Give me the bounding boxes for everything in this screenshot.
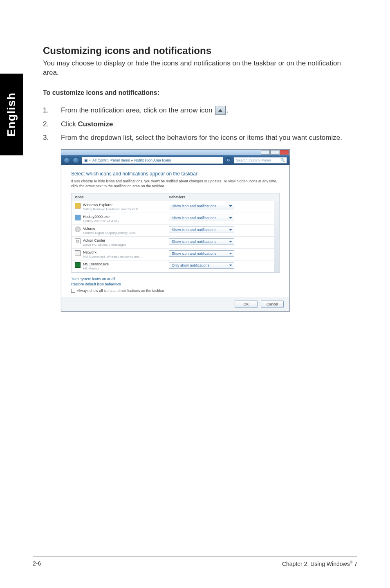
row-sub: Not Connected. Wireless networks are... [83, 255, 141, 258]
link-restore-defaults[interactable]: Restore default icon behaviors [71, 282, 280, 286]
subheading: To customize icons and notifications: [43, 89, 354, 97]
arrow-up-icon [215, 106, 226, 115]
behavior-dropdown[interactable]: Show icon and notifications [169, 250, 234, 257]
behavior-dropdown[interactable]: Show icon and notifications [169, 203, 234, 209]
search-icon: 🔍 [280, 158, 285, 162]
row-name: Hotkey2000.exe [83, 215, 110, 219]
close-button[interactable] [280, 150, 289, 155]
dialog-description: If you choose to hide icons and notifica… [71, 179, 280, 189]
row-sub: HE Monitor [83, 267, 99, 270]
col-icons: Icons [72, 193, 166, 201]
app-icon [75, 215, 81, 220]
breadcrumb-item[interactable]: Notification Area Icons [134, 158, 171, 162]
dialog-footer: OK Cancel [61, 297, 289, 311]
back-button[interactable] [64, 157, 70, 164]
page-number: 2-6 [33, 560, 41, 567]
breadcrumb-item[interactable]: All Control Panel Items [92, 158, 130, 162]
step-1-pre: From the notification area, click on the… [61, 106, 214, 114]
link-system-icons[interactable]: Turn system icons on or off [71, 277, 280, 281]
step-text: From the dropdown list, select the behav… [61, 133, 354, 143]
page-footer: 2-6 Chapter 2: Using Windows® 7 [33, 560, 357, 567]
step-2-post: . [113, 120, 115, 128]
table-body: Windows ExplorerSafely Remove Hardware a… [72, 201, 279, 272]
row-name: Network [83, 250, 96, 254]
window-buttons [261, 150, 289, 155]
footer-rule [33, 556, 357, 557]
dropdown-value: Only show notifications [172, 263, 209, 267]
checkbox-label: Always show all icons and notifications … [77, 289, 164, 293]
dialog-links: Turn system icons on or off Restore defa… [71, 277, 280, 286]
behavior-dropdown[interactable]: Show icon and notifications [169, 215, 234, 221]
row-name: Windows Explorer [83, 203, 113, 207]
step-number: 2. [43, 119, 61, 129]
behavior-dropdown[interactable]: Show icon and notifications [169, 238, 234, 245]
row-sub: Solve PC issues: 2 messages [83, 243, 126, 247]
search-input[interactable]: Search Control Panel 🔍 [234, 157, 287, 164]
language-tab: English [0, 74, 23, 155]
dropdown-value: Show icon and notifications [172, 251, 216, 256]
row-name: Action Center [83, 238, 105, 242]
table-row: NetworkNot Connected. Wireless networks … [72, 249, 279, 260]
maximize-button[interactable] [270, 150, 279, 155]
step-text: Click Customize. [61, 119, 354, 129]
refresh-icon[interactable]: ↻ [226, 157, 231, 164]
network-icon [75, 250, 81, 256]
step-2: 2. Click Customize. [43, 119, 354, 129]
step-number: 3. [43, 133, 61, 143]
page-content: Customizing icons and notifications You … [43, 45, 354, 312]
dropdown-value: Show icon and notifications [172, 228, 216, 232]
section-heading: Customizing icons and notifications [43, 45, 354, 56]
behavior-dropdown[interactable]: Show icon and notifications [169, 227, 234, 233]
dialog-title: Select which icons and notifications app… [71, 171, 280, 177]
row-name: Volume [83, 227, 95, 231]
explorer-icon [75, 203, 81, 209]
step-text: From the notification area, click on the… [61, 105, 354, 115]
behavior-dropdown[interactable]: Only show notifications [169, 262, 234, 269]
forward-button[interactable] [73, 157, 79, 164]
step-1-post: . [226, 106, 229, 114]
address-bar[interactable]: ▣ « All Control Panel Items ▸ Notificati… [82, 157, 223, 164]
flag-icon [75, 238, 81, 244]
table-row: MSEsensor.exeHE Monitor Only show notifi… [72, 260, 279, 272]
checkbox-icon [71, 289, 75, 293]
icons-table: Icons Behaviors Windows ExplorerSafely R… [71, 193, 280, 273]
dropdown-value: Show icon and notifications [172, 240, 216, 244]
table-row: VolumeRealtek Digital Output(Optical): 4… [72, 225, 279, 237]
language-label: English [5, 92, 18, 137]
volume-icon [75, 227, 81, 232]
monitor-icon [75, 262, 81, 268]
window-titlebar [61, 150, 289, 155]
always-show-checkbox[interactable]: Always show all icons and notifications … [71, 289, 280, 293]
search-placeholder: Search Control Panel [236, 158, 271, 162]
step-2-pre: Click [61, 120, 78, 128]
minimize-button[interactable] [261, 150, 270, 155]
step-number: 1. [43, 105, 61, 115]
col-behaviors: Behaviors [166, 193, 279, 201]
step-2-bold: Customize [78, 120, 113, 128]
step-3: 3. From the dropdown list, select the be… [43, 133, 354, 143]
dropdown-value: Show icon and notifications [172, 204, 216, 208]
intro-paragraph: You may choose to display or hide the ic… [43, 59, 354, 78]
windows-dialog: ▣ « All Control Panel Items ▸ Notificati… [61, 149, 290, 311]
row-sub: Safely Remove Hardware and Eject M... [83, 207, 141, 211]
table-row: Action CenterSolve PC issues: 2 messages… [72, 237, 279, 249]
dropdown-value: Show icon and notifications [172, 216, 216, 220]
table-row: Hotkey2000.exeHotkey 2000 v2.24 (Full) S… [72, 213, 279, 225]
ok-button[interactable]: OK [235, 301, 258, 308]
steps-list: 1. From the notification area, click on … [43, 105, 354, 143]
row-sub: Realtek Digital Output(Optical): 40% [83, 231, 136, 235]
row-sub: Hotkey 2000 v2.24 (Full) [83, 219, 119, 223]
dialog-body: Select which icons and notifications app… [61, 165, 289, 296]
row-name: MSEsensor.exe [83, 262, 109, 266]
window-nav: ▣ « All Control Panel Items ▸ Notificati… [61, 155, 289, 165]
addr-icon: ▣ [84, 158, 88, 162]
table-row: Windows ExplorerSafely Remove Hardware a… [72, 201, 279, 213]
table-header: Icons Behaviors [72, 193, 279, 201]
step-1: 1. From the notification area, click on … [43, 105, 354, 115]
chapter-label: Chapter 2: Using Windows® 7 [282, 560, 357, 567]
cancel-button[interactable]: Cancel [261, 301, 284, 308]
